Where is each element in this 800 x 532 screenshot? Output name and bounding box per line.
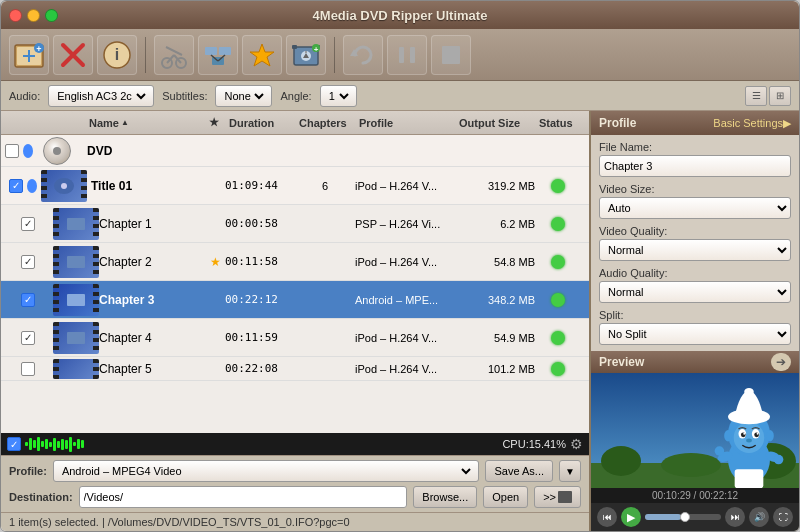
row-checkbox-ch2[interactable]	[21, 255, 37, 269]
checkbox-ch4[interactable]	[21, 331, 35, 345]
status-green-ch5	[551, 362, 565, 376]
prev-skip-forward-button[interactable]: ⏭	[725, 507, 745, 527]
open-button[interactable]: Open	[483, 486, 528, 508]
slider-thumb[interactable]	[680, 512, 690, 522]
app-window: 4Media DVD Ripper Ultimate + i	[0, 0, 800, 532]
wave-bar	[33, 440, 36, 448]
svg-rect-32	[442, 46, 460, 64]
add-dvd-button[interactable]: +	[9, 35, 49, 75]
checkbox-dvd[interactable]	[5, 144, 19, 158]
row-checkbox-title01[interactable]	[9, 179, 25, 193]
subtitles-select[interactable]: None	[220, 89, 267, 103]
audio-select-wrap[interactable]: English AC3 2c	[48, 85, 154, 107]
preview-slider[interactable]	[645, 514, 721, 520]
progress-wave	[25, 436, 498, 452]
split-select[interactable]: No Split	[600, 327, 790, 341]
refresh-button[interactable]	[343, 35, 383, 75]
save-as-button[interactable]: Save As...	[485, 460, 553, 482]
prev-volume-button[interactable]: 🔊	[749, 507, 769, 527]
row-checkbox-ch4[interactable]	[21, 331, 37, 345]
favorite-button[interactable]	[242, 35, 282, 75]
row-name-ch1: Chapter 1	[99, 217, 205, 231]
checkbox-ch2[interactable]	[21, 255, 35, 269]
row-checkbox-ch5[interactable]	[21, 362, 37, 376]
row-checkbox-ch1[interactable]	[21, 217, 37, 231]
browse-button[interactable]: Browse...	[413, 486, 477, 508]
wave-bar	[61, 439, 64, 450]
file-name-input[interactable]	[604, 160, 786, 172]
info-button[interactable]: i	[97, 35, 137, 75]
minimize-button[interactable]	[27, 9, 40, 22]
thumbnail-ch3	[53, 284, 99, 316]
pause-button[interactable]	[387, 35, 427, 75]
cut-button[interactable]	[154, 35, 194, 75]
table-row[interactable]: DVD	[1, 135, 589, 167]
subtitles-select-wrap[interactable]: None	[215, 85, 272, 107]
split-select-wrap[interactable]: No Split	[599, 323, 791, 345]
profile-select-wrap[interactable]: Android – MPEG4 Video	[53, 460, 480, 482]
video-quality-select-wrap[interactable]: Normal	[599, 239, 791, 261]
audio-quality-select[interactable]: Normal	[600, 285, 790, 299]
table-row[interactable]: Chapter 4 00:11:59 iPod – H.264 V... 54.…	[1, 319, 589, 357]
preview-image	[591, 373, 799, 488]
basic-settings-link[interactable]: Basic Settings▶	[713, 117, 791, 130]
slider-fill	[645, 514, 681, 520]
grid-view-button[interactable]: ⊞	[769, 86, 791, 106]
audio-quality-select-wrap[interactable]: Normal	[599, 281, 791, 303]
table-row[interactable]: Chapter 1 00:00:58 PSP – H.264 Vi... 6.2…	[1, 205, 589, 243]
main-area: Name ▲ ★ Duration Chapters Profile Outpu…	[1, 111, 799, 531]
close-button[interactable]	[9, 9, 22, 22]
video-size-select[interactable]: Auto	[600, 201, 790, 215]
progress-checkbox[interactable]	[7, 437, 21, 451]
col-star[interactable]: ★	[205, 116, 225, 129]
maximize-button[interactable]	[45, 9, 58, 22]
row-checkbox-ch3[interactable]	[21, 293, 37, 307]
checkbox-ch5[interactable]	[21, 362, 35, 376]
row-name-dvd: DVD	[87, 144, 205, 158]
video-quality-select[interactable]: Normal	[600, 243, 790, 257]
table-row[interactable]: Chapter 5 00:22:08 iPod – H.264 V... 101…	[1, 357, 589, 381]
toolbar-separator-2	[334, 37, 335, 73]
status-green-ch2	[551, 255, 565, 269]
file-name-input-wrap[interactable]	[599, 155, 791, 177]
row-star-ch2[interactable]: ★	[205, 255, 225, 269]
row-checkbox-dvd[interactable]	[5, 144, 21, 158]
svg-point-59	[724, 430, 732, 441]
destination-row: Destination: Browse... Open >>	[9, 486, 581, 508]
wave-bar	[57, 441, 60, 448]
angle-select[interactable]: 1	[325, 89, 352, 103]
checkbox-ch1[interactable]	[21, 217, 35, 231]
profile-arrow-button[interactable]: ▼	[559, 460, 581, 482]
prev-fullscreen-button[interactable]: ⛶	[773, 507, 793, 527]
title-bar: 4Media DVD Ripper Ultimate	[1, 1, 799, 29]
svg-text:+: +	[36, 44, 41, 54]
effects-button[interactable]: +	[286, 35, 326, 75]
merge-button[interactable]	[198, 35, 238, 75]
destination-input-wrap[interactable]	[79, 486, 408, 508]
wave-bar	[25, 442, 28, 446]
svg-point-41	[601, 446, 641, 476]
angle-select-wrap[interactable]: 1	[320, 85, 357, 107]
convert-button[interactable]: >>	[534, 486, 581, 508]
table-row[interactable]: Chapter 2 ★ 00:11:58 iPod – H.264 V... 5…	[1, 243, 589, 281]
destination-input[interactable]	[84, 491, 403, 503]
gear-icon[interactable]: ⚙	[570, 436, 583, 452]
list-view-button[interactable]: ☰	[745, 86, 767, 106]
row-chapters-title01: 6	[295, 180, 355, 192]
table-row[interactable]: Title 01 01:09:44 6 iPod – H.264 V... 31…	[1, 167, 589, 205]
stop-button[interactable]	[431, 35, 471, 75]
status-dot-dvd	[23, 144, 33, 158]
checkbox-title01[interactable]	[9, 179, 23, 193]
checkbox-ch3[interactable]	[21, 293, 35, 307]
profile-select[interactable]: Android – MPEG4 Video	[58, 464, 475, 478]
wave-bar	[73, 442, 76, 446]
prev-skip-back-button[interactable]: ⏮	[597, 507, 617, 527]
svg-rect-16	[219, 47, 231, 55]
remove-button[interactable]	[53, 35, 93, 75]
video-size-select-wrap[interactable]: Auto	[599, 197, 791, 219]
destination-label: Destination:	[9, 491, 73, 503]
prev-play-button[interactable]: ▶	[621, 507, 641, 527]
table-row[interactable]: Chapter 3 00:22:12 Android – MPE... 348.…	[1, 281, 589, 319]
audio-select[interactable]: English AC3 2c	[53, 89, 149, 103]
preview-arrow-button[interactable]: ➔	[771, 353, 791, 371]
